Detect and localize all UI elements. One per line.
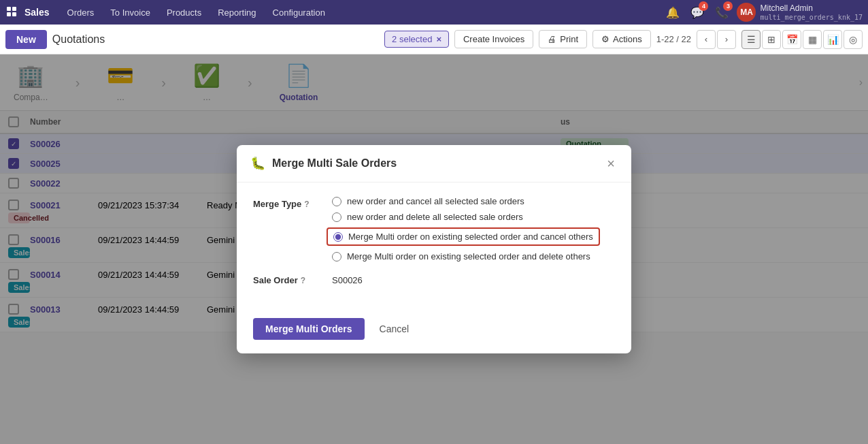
svg-rect-1	[12, 7, 16, 11]
messages-badge: 4	[699, 1, 708, 11]
radio-input-3[interactable]	[333, 232, 343, 242]
prev-page-button[interactable]: ‹	[697, 30, 716, 49]
selected-count-label: 2 selected	[392, 34, 432, 44]
modal-overlay[interactable]: 🐛 Merge Multi Sale Orders × Merge Type ?…	[0, 54, 868, 444]
sale-order-row: Sale Order ? S00026	[253, 272, 615, 285]
merge-type-radio-group: new order and cancel all selected sale o…	[332, 196, 600, 261]
create-invoices-label: Create Invoices	[463, 34, 524, 44]
grid-view-button[interactable]: ▦	[803, 30, 822, 49]
chart-view-button[interactable]: 📊	[823, 30, 842, 49]
app-name: Sales	[24, 7, 50, 18]
modal-title: Merge Multi Sale Orders	[272, 157, 597, 170]
user-menu[interactable]: MA Mitchell Admin multi_merge_orders_knk…	[737, 3, 863, 22]
cancel-button[interactable]: Cancel	[373, 318, 416, 340]
radio-label-2: new order and delete all selected sale o…	[347, 212, 523, 222]
main-content: 🏢 Compa… › 💳 … › ✅ … › 📄 Quotation › Num…	[0, 54, 868, 444]
nav-to-invoice[interactable]: To Invoice	[103, 5, 157, 20]
merge-modal: 🐛 Merge Multi Sale Orders × Merge Type ?…	[237, 145, 631, 353]
radio-label-1: new order and cancel all selected sale o…	[347, 196, 524, 206]
radio-label-3: Merge Multi order on existing selected o…	[348, 232, 593, 242]
radio-input-2[interactable]	[332, 212, 341, 222]
selected-count-badge: 2 selected ×	[384, 31, 449, 48]
svg-rect-3	[12, 12, 16, 16]
merge-icon: 🐛	[250, 156, 265, 171]
page-title: Quotations	[52, 33, 105, 46]
radio-input-1[interactable]	[332, 197, 341, 206]
svg-rect-0	[7, 7, 11, 11]
radio-option-2[interactable]: new order and delete all selected sale o…	[332, 212, 600, 222]
sale-order-help-icon[interactable]: ?	[301, 276, 305, 285]
next-page-button[interactable]: ›	[717, 30, 736, 49]
avatar: MA	[737, 3, 756, 22]
messages-icon[interactable]: 💬 4	[688, 3, 707, 22]
actions-label: Actions	[613, 34, 642, 44]
user-name: Mitchell Admin	[760, 3, 863, 13]
nav-configuration[interactable]: Configuration	[266, 5, 332, 20]
print-button[interactable]: 🖨 Print	[539, 30, 587, 48]
pagination-arrows: ‹ ›	[697, 30, 736, 49]
radio-option-1[interactable]: new order and cancel all selected sale o…	[332, 196, 600, 206]
pagination-info: 1-22 / 22	[656, 34, 691, 44]
sub-header: New Quotations 2 selected × Create Invoi…	[0, 25, 868, 54]
activity-view-button[interactable]: ◎	[844, 30, 863, 49]
view-switcher: ☰ ⊞ 📅 ▦ 📊 ◎	[741, 30, 863, 49]
radio-input-4[interactable]	[332, 252, 341, 261]
modal-close-button[interactable]: ×	[604, 157, 618, 170]
modal-footer: Merge Multi Orders Cancel	[237, 310, 631, 353]
app-grid-icon[interactable]	[5, 5, 19, 19]
kanban-view-button[interactable]: ⊞	[762, 30, 781, 49]
calendar-view-button[interactable]: 📅	[782, 30, 801, 49]
list-view-button[interactable]: ☰	[741, 30, 761, 49]
new-button[interactable]: New	[5, 30, 47, 49]
merge-type-label: Merge Type ?	[253, 196, 321, 209]
nav-reporting[interactable]: Reporting	[211, 5, 263, 20]
merge-type-help-icon[interactable]: ?	[304, 200, 309, 209]
user-branch: multi_merge_orders_knk_17	[760, 14, 863, 21]
merge-multi-orders-button[interactable]: Merge Multi Orders	[253, 318, 365, 340]
clear-selection-button[interactable]: ×	[436, 34, 441, 44]
top-navigation: Sales Orders To Invoice Products Reporti…	[0, 0, 868, 25]
nav-orders[interactable]: Orders	[61, 5, 101, 20]
right-icons: 🔔 💬 4 📞 3 MA Mitchell Admin multi_merge_…	[663, 3, 863, 22]
radio-label-4: Merge Multi order on existing selected o…	[347, 251, 590, 261]
print-icon: 🖨	[548, 34, 556, 44]
radio-option-4[interactable]: Merge Multi order on existing selected o…	[332, 251, 600, 261]
phone-badge: 3	[723, 1, 733, 11]
create-invoices-button[interactable]: Create Invoices	[454, 30, 533, 48]
radio-option-3[interactable]: Merge Multi order on existing selected o…	[327, 227, 600, 246]
modal-header: 🐛 Merge Multi Sale Orders ×	[237, 145, 631, 183]
actions-button[interactable]: ⚙ Actions	[592, 30, 651, 48]
svg-rect-2	[7, 12, 11, 16]
merge-type-row: Merge Type ? new order and cancel all se…	[253, 196, 615, 261]
gear-icon: ⚙	[601, 34, 610, 44]
phone-icon[interactable]: 📞 3	[712, 3, 731, 22]
sale-order-label: Sale Order ?	[253, 272, 321, 285]
notification-bell-icon[interactable]: 🔔	[663, 3, 682, 22]
sale-order-value: S00026	[332, 272, 363, 285]
nav-products[interactable]: Products	[160, 5, 208, 20]
modal-body: Merge Type ? new order and cancel all se…	[237, 183, 631, 310]
print-label: Print	[560, 34, 578, 44]
